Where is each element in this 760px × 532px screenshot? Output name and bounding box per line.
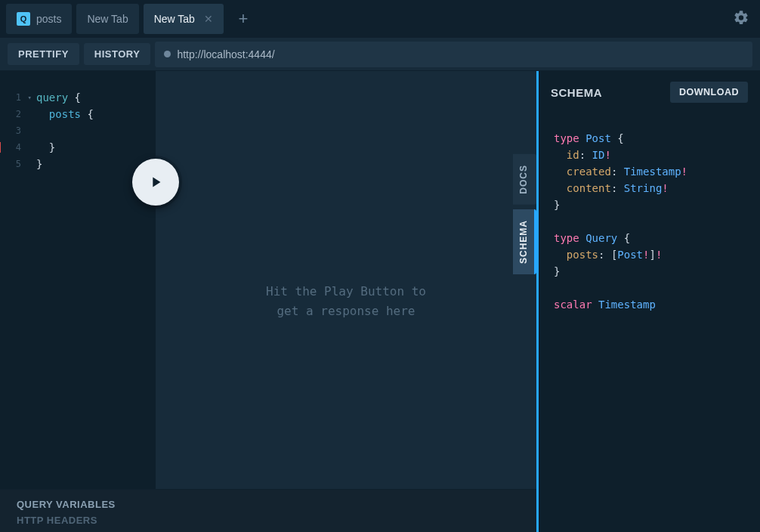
variables-drawer[interactable]: QUERY VARIABLES HTTP HEADERS — [0, 489, 536, 532]
download-schema-button[interactable]: DOWNLOAD — [670, 82, 748, 103]
response-pane: Hit the Play Button to get a response he… — [156, 71, 536, 532]
play-icon — [147, 174, 164, 190]
connection-status-icon — [164, 51, 171, 57]
tab-0[interactable]: Qposts — [6, 4, 72, 34]
execute-button[interactable] — [132, 159, 179, 206]
prettify-button[interactable]: PRETTIFY — [8, 43, 79, 65]
schema-sdl[interactable]: type Post { id: ID! created: Timestamp! … — [539, 113, 760, 329]
url-bar[interactable] — [155, 42, 752, 67]
code-line[interactable]: } — [36, 156, 94, 172]
side-tabs: DOCS SCHEMA — [513, 154, 536, 274]
code-line[interactable]: query { — [36, 89, 94, 106]
line-number: 1 — [0, 89, 26, 106]
line-number: 5 — [0, 156, 26, 172]
gear-icon — [733, 10, 749, 26]
response-placeholder: Hit the Play Button to get a response he… — [266, 282, 426, 321]
toolbar: PRETTIFY HISTORY — [0, 38, 760, 71]
tab-bar: QpostsNew TabNew Tab✕ + — [0, 0, 760, 38]
line-number: 4 — [0, 139, 26, 156]
new-tab-button[interactable]: + — [228, 4, 258, 34]
tab-label: New Tab — [87, 13, 128, 25]
http-headers-tab[interactable]: HTTP HEADERS — [17, 515, 520, 526]
close-icon[interactable]: ✕ — [204, 13, 213, 25]
main-area: 12345 query { posts { }} Hit the Play Bu… — [0, 71, 760, 532]
line-number: 3 — [0, 122, 26, 139]
schema-panel-title: SCHEMA — [551, 86, 602, 99]
query-variables-tab[interactable]: QUERY VARIABLES — [17, 499, 520, 510]
tab-label: New Tab — [154, 13, 195, 25]
query-editor[interactable]: 12345 query { posts { }} — [0, 71, 156, 532]
tab-1[interactable]: New Tab — [76, 4, 138, 34]
endpoint-input[interactable] — [177, 48, 743, 60]
settings-button[interactable] — [733, 10, 749, 29]
schema-panel: SCHEMA DOWNLOAD type Post { id: ID! crea… — [536, 71, 760, 532]
code-line[interactable] — [36, 122, 94, 139]
history-button[interactable]: HISTORY — [84, 43, 151, 65]
code-line[interactable]: } — [36, 139, 94, 156]
tab-2[interactable]: New Tab✕ — [144, 4, 224, 34]
operation-badge: Q — [17, 12, 30, 26]
code-line[interactable]: posts { — [36, 106, 94, 122]
tab-label: posts — [36, 13, 61, 25]
schema-tab[interactable]: SCHEMA — [513, 209, 536, 274]
line-number: 2 — [0, 106, 26, 122]
docs-tab[interactable]: DOCS — [513, 154, 536, 205]
